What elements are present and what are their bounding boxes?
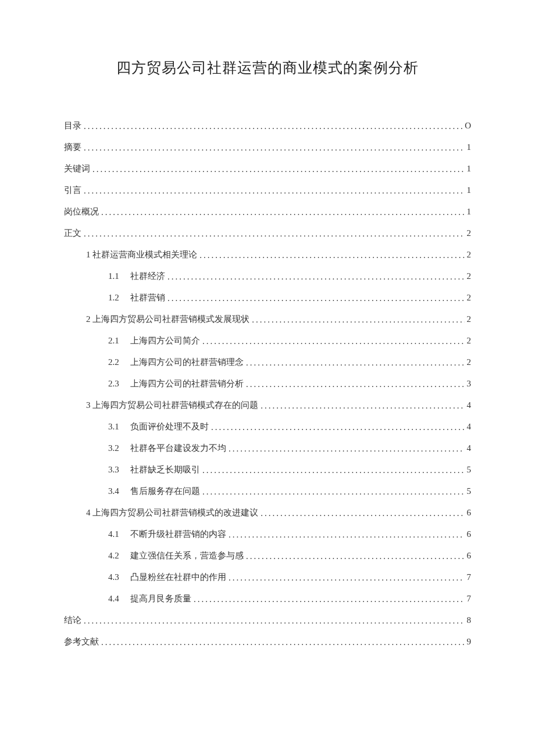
document-title: 四方贸易公司社群运营的商业模式的案例分析 — [64, 58, 471, 77]
toc-entry-page: 2 — [467, 336, 472, 345]
toc-entry-page: 2 — [467, 358, 472, 367]
toc-entry-page: 6 — [467, 551, 472, 560]
toc-entry: 关键词1 — [64, 164, 471, 173]
toc-entry-page: 4 — [467, 401, 472, 410]
toc-entry-number: 3.4 — [108, 487, 127, 496]
toc-entry-page: 3 — [467, 379, 472, 388]
toc-entry: 4.2建立强信任关系，营造参与感6 — [64, 551, 471, 560]
toc-entry-label: 提高月艮务质量 — [130, 594, 191, 603]
toc-entry-label: 目录 — [64, 121, 81, 130]
toc-entry-label: 3 上海四方贸易公司社群营销模式存在的问题 — [86, 401, 258, 410]
toc-entry: 4.1不断升级社群营销的内容6 — [64, 530, 471, 539]
toc-entry: 摘要1 — [64, 143, 471, 152]
toc-leader-dots — [84, 230, 465, 238]
toc-leader-dots — [84, 144, 465, 152]
toc-entry-number: 4.3 — [108, 573, 127, 582]
toc-entry-number: 2.1 — [108, 336, 127, 345]
toc-leader-dots — [261, 509, 464, 518]
toc-entry: 2.2上海四方公司的社群营销理念2 — [64, 358, 471, 367]
toc-leader-dots — [84, 187, 465, 195]
toc-entry-page: 1 — [467, 207, 472, 216]
toc-leader-dots — [84, 617, 465, 625]
toc-entry-label: 岗位概况 — [64, 207, 99, 216]
toc-entry: 4 上海四方贸易公司社群营销模式的改进建议6 — [64, 508, 471, 517]
toc-leader-dots — [101, 638, 465, 647]
toc-entry-page: 6 — [467, 508, 472, 517]
toc-entry-page: 2 — [467, 315, 472, 324]
toc-entry-label: 社群缺乏长期吸引 — [130, 465, 200, 474]
toc-entry-page: 2 — [467, 272, 472, 281]
toc-entry-page: 4 — [467, 444, 472, 453]
toc-entry-label: 社群营销 — [130, 293, 165, 302]
toc-entry-label: 不断升级社群营销的内容 — [130, 530, 226, 539]
toc-entry-number: 1.1 — [108, 272, 127, 281]
toc-entry: 4.4提高月艮务质量7 — [64, 594, 471, 603]
toc-entry-number: 4.4 — [108, 594, 127, 603]
toc-entry: 2.1上海四方公司简介2 — [64, 336, 471, 345]
table-of-contents: 目录O摘要1关键词1引言1岗位概况1正文21 社群运营商业模式相关理论21.1社… — [64, 121, 471, 646]
toc-entry-page: 9 — [467, 637, 472, 646]
toc-entry-label: 结论 — [64, 616, 81, 625]
toc-leader-dots — [202, 337, 465, 346]
toc-entry: 引言1 — [64, 186, 471, 195]
toc-entry-label: 参考文献 — [64, 637, 99, 646]
toc-entry-page: 7 — [467, 573, 472, 582]
toc-entry: 2 上海四方贸易公司社群营销模式发展现状2 — [64, 315, 471, 324]
toc-entry-label: 正文 — [64, 229, 81, 238]
toc-leader-dots — [101, 208, 465, 217]
toc-leader-dots — [211, 423, 465, 432]
toc-entry: 3 上海四方贸易公司社群营销模式存在的问题4 — [64, 401, 471, 410]
toc-entry-label: 社群各平台建设发力不均 — [130, 444, 226, 453]
toc-entry-label: 1 社群运营商业模式相关理论 — [86, 250, 197, 259]
toc-leader-dots — [92, 165, 465, 174]
toc-leader-dots — [202, 488, 465, 496]
toc-entry-label: 2 上海四方贸易公司社群营销模式发展现状 — [86, 315, 249, 324]
toc-entry-page: 1 — [467, 143, 472, 152]
toc-entry-number: 2.2 — [108, 358, 127, 367]
toc-entry-label: 上海四方公司简介 — [130, 336, 200, 345]
toc-entry-label: 引言 — [64, 186, 81, 195]
toc-entry: 1.2社群营销2 — [64, 293, 471, 302]
toc-entry: 结论8 — [64, 616, 471, 625]
toc-entry-label: 上海四方公司的社群营销分析 — [130, 379, 244, 388]
toc-entry-label: 售后服务存在问题 — [130, 487, 200, 496]
toc-entry-number: 4.1 — [108, 530, 127, 539]
toc-entry-number: 3.1 — [108, 422, 127, 431]
toc-entry: 岗位概况1 — [64, 207, 471, 216]
toc-entry: 正文2 — [64, 229, 471, 238]
toc-entry-label: 建立强信任关系，营造参与感 — [130, 551, 244, 560]
toc-leader-dots — [167, 273, 465, 281]
toc-entry: 2.3上海四方公司的社群营销分析3 — [64, 379, 471, 388]
toc-leader-dots — [194, 595, 465, 604]
toc-entry-page: 2 — [467, 293, 472, 302]
toc-leader-dots — [229, 445, 465, 453]
toc-entry-page: 5 — [467, 487, 472, 496]
toc-leader-dots — [252, 316, 464, 324]
toc-entry-page: 5 — [467, 465, 472, 474]
toc-leader-dots — [202, 466, 465, 475]
toc-leader-dots — [229, 574, 465, 582]
toc-entry-label: 负面评价处理不及时 — [130, 422, 209, 431]
toc-entry: 4.3凸显粉丝在社群中的作用7 — [64, 573, 471, 582]
toc-entry-number: 3.2 — [108, 444, 127, 453]
toc-entry-page: 8 — [467, 616, 472, 625]
toc-entry: 1 社群运营商业模式相关理论2 — [64, 250, 471, 259]
toc-entry-page: 1 — [467, 164, 472, 173]
toc-entry: 3.1负面评价处理不及时4 — [64, 422, 471, 431]
toc-entry-label: 关键词 — [64, 164, 90, 173]
toc-entry: 3.4售后服务存在问题5 — [64, 487, 471, 496]
toc-entry: 3.2社群各平台建设发力不均4 — [64, 444, 471, 453]
toc-entry-label: 上海四方公司的社群营销理念 — [130, 358, 244, 367]
toc-leader-dots — [261, 402, 464, 410]
toc-entry-page: 6 — [467, 530, 472, 539]
toc-leader-dots — [246, 380, 465, 389]
toc-entry-page: O — [465, 121, 471, 130]
toc-entry-number: 3.3 — [108, 465, 127, 474]
toc-entry-number: 4.2 — [108, 551, 127, 560]
toc-leader-dots — [199, 251, 464, 260]
toc-entry: 3.3社群缺乏长期吸引5 — [64, 465, 471, 474]
toc-leader-dots — [84, 122, 462, 131]
toc-entry-page: 1 — [467, 186, 472, 195]
toc-entry-page: 2 — [467, 250, 472, 259]
toc-leader-dots — [246, 359, 465, 367]
